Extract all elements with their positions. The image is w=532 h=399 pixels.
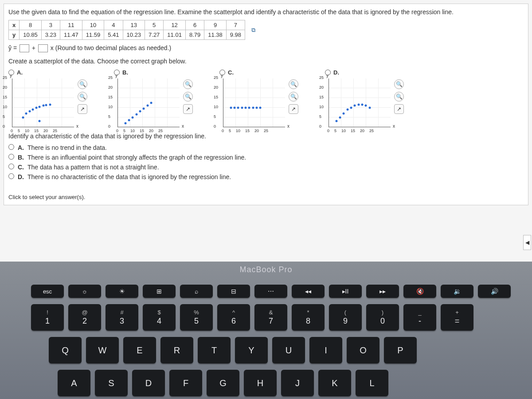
- key-s: S: [95, 370, 128, 396]
- scatter-b: y x 2520 1510 50 05 1015 2025: [117, 78, 180, 127]
- mc-list: A. There is no trend in the data. B. The…: [8, 144, 524, 180]
- scatter-choices: A. y x 2520 1510 50 05 1015 2025: [8, 69, 524, 127]
- key-equals: +=: [441, 304, 473, 331]
- popout-icon[interactable]: ↗: [394, 104, 404, 114]
- intercept-input[interactable]: [20, 44, 29, 52]
- mc-text-b: There is an influential point that stron…: [27, 154, 246, 161]
- scatter-d: y x 2520 1510 50 05 1015 2025: [329, 78, 391, 127]
- key-3: #3: [106, 304, 138, 331]
- key-j: J: [281, 370, 314, 396]
- key-spotlight: ⌕: [180, 285, 213, 298]
- zoom-out-icon[interactable]: 🔍: [78, 92, 87, 102]
- zoom-in-icon[interactable]: 🔍: [78, 79, 87, 89]
- asdf-row: A S D F G H J K L: [58, 370, 388, 396]
- key-q: Q: [49, 337, 82, 364]
- scatter-a: y x 2520 1510 50 05 1015 2025: [12, 78, 74, 127]
- key-i: I: [309, 337, 342, 364]
- key-5: %5: [180, 304, 213, 331]
- key-t: T: [198, 337, 231, 364]
- identify-prompt: Identify a characteristic of the data th…: [8, 133, 524, 140]
- key-mission-control: ⊞: [143, 285, 176, 298]
- key-1: !1: [31, 304, 64, 331]
- zoom-in-icon[interactable]: 🔍: [183, 79, 193, 89]
- table-row-x: x 8 3 11 10 4 13 5 12 6 9 7 ⧉: [9, 20, 259, 30]
- key-e: E: [123, 337, 156, 364]
- question-panel: Use the given data to find the equation …: [4, 4, 528, 205]
- zoom-out-icon[interactable]: 🔍: [394, 92, 404, 102]
- popout-icon[interactable]: ↗: [289, 104, 298, 114]
- key-volup: 🔊: [478, 285, 511, 298]
- copy-table-icon[interactable]: ⧉: [251, 27, 255, 34]
- macbook-label: MacBook Pro: [239, 265, 292, 274]
- key-forward: ▸▸: [366, 285, 399, 298]
- mc-text-a: There is no trend in the data.: [27, 144, 107, 151]
- main-prompt: Use the given data to find the equation …: [8, 8, 524, 16]
- key-g: G: [207, 370, 239, 396]
- key-brightness-down: ☼: [68, 285, 101, 298]
- choice-a: A. y x 2520 1510 50 05 1015 2025: [8, 69, 87, 127]
- key-u: U: [272, 337, 305, 364]
- mc-radio-a[interactable]: [8, 144, 14, 150]
- choice-b: B. y x 2520 1510 50 05 1015 2025: [114, 69, 193, 127]
- key-4: $4: [143, 304, 176, 331]
- equation-row: ŷ = + x (Round to two decimal places as …: [8, 44, 524, 52]
- key-y: Y: [235, 337, 268, 364]
- key-9: (9: [329, 304, 362, 331]
- popout-icon[interactable]: ↗: [183, 104, 193, 114]
- key-6: ^6: [217, 304, 250, 331]
- zoom-out-icon[interactable]: 🔍: [289, 92, 298, 102]
- key-a: A: [58, 370, 90, 396]
- key-8: *8: [292, 304, 325, 331]
- key-k: K: [318, 370, 351, 396]
- key-h: H: [244, 370, 277, 396]
- popout-icon[interactable]: ↗: [78, 104, 87, 114]
- key-dictation: ⊟: [217, 285, 250, 298]
- laptop-keyboard: MacBook Pro esc ☼ ☀ ⊞ ⌕ ⊟ ⋯ ◂◂ ▸II ▸▸ 🔇 …: [0, 262, 532, 399]
- table-row-y: y 10.85 3.23 11.47 11.59 5.41 10.23 7.27…: [9, 30, 259, 40]
- key-2: @2: [68, 304, 101, 331]
- scatter-c: y x 2520 1510 50 05 1015 2025: [223, 78, 285, 127]
- zoom-in-icon[interactable]: 🔍: [289, 79, 298, 89]
- key-d: D: [132, 370, 165, 396]
- key-r: R: [160, 337, 193, 364]
- mc-radio-b[interactable]: [8, 154, 14, 160]
- footer-note: Click to select your answer(s).: [8, 194, 524, 200]
- y-header: y: [9, 30, 20, 40]
- mc-text-c: The data has a pattern that is not a str…: [27, 164, 159, 171]
- mc-radio-c[interactable]: [8, 164, 14, 169]
- key-mute: 🔇: [403, 285, 436, 298]
- key-playpause: ▸II: [329, 285, 362, 298]
- zoom-in-icon[interactable]: 🔍: [394, 79, 404, 89]
- choice-c: C. y x 2520 1510 50 05 1015 2025: [219, 69, 298, 127]
- zoom-out-icon[interactable]: 🔍: [183, 92, 193, 102]
- key-f: F: [169, 370, 202, 396]
- mc-text-d: There is no characteristic of the data t…: [27, 173, 231, 180]
- data-table: x 8 3 11 10 4 13 5 12 6 9 7 ⧉ y 10.85 3.…: [8, 20, 259, 40]
- key-l: L: [356, 370, 388, 396]
- function-row: esc ☼ ☀ ⊞ ⌕ ⊟ ⋯ ◂◂ ▸II ▸▸ 🔇 🔉 🔊: [31, 285, 511, 298]
- key-o: O: [347, 337, 379, 364]
- rounding-note: (Round to two decimal places as needed.): [55, 44, 171, 51]
- key-brightness-up: ☀: [106, 285, 138, 298]
- slope-input[interactable]: [38, 44, 48, 52]
- mc-radio-d[interactable]: [8, 173, 14, 179]
- key-0: )0: [366, 304, 399, 331]
- key-dnd: ⋯: [254, 285, 287, 298]
- key-w: W: [86, 337, 119, 364]
- yhat-label: ŷ =: [8, 44, 17, 51]
- key-p: P: [384, 337, 417, 364]
- key-esc: esc: [31, 285, 64, 298]
- key-7: &7: [254, 304, 287, 331]
- qwerty-row: Q W E R T Y U I O P: [49, 337, 417, 364]
- choice-d: D. y x 2520 1510 50 05 1015 2025: [325, 69, 404, 127]
- key-voldown: 🔉: [441, 285, 473, 298]
- key-rewind: ◂◂: [292, 285, 325, 298]
- x-header: x: [9, 20, 20, 30]
- scatter-prompt: Create a scatterplot of the data. Choose…: [8, 58, 524, 65]
- next-arrow-icon[interactable]: ◀: [523, 235, 531, 250]
- number-row: !1 @2 #3 $4 %5 ^6 &7 *8 (9 )0 _- +=: [31, 304, 473, 331]
- key-minus: _-: [403, 304, 436, 331]
